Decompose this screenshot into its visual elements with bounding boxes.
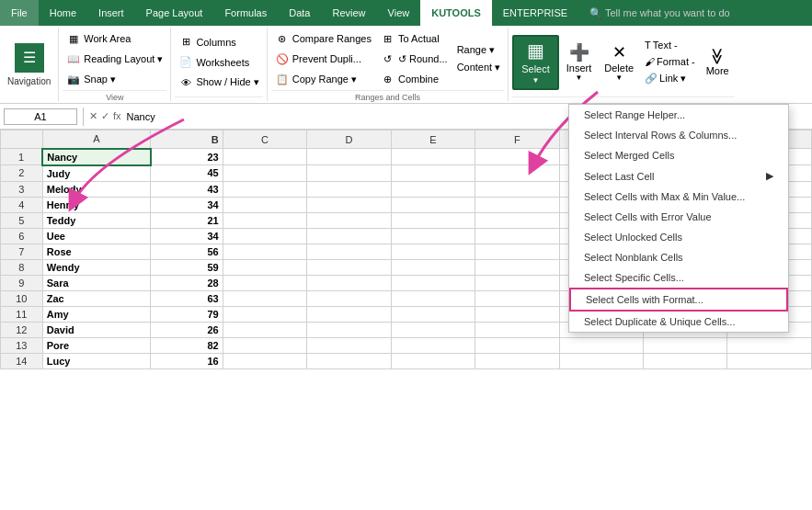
cell-c5[interactable] bbox=[223, 212, 306, 228]
tab-view[interactable]: View bbox=[377, 0, 421, 26]
cell-d10[interactable] bbox=[307, 290, 391, 306]
cell-e10[interactable] bbox=[391, 290, 475, 306]
cell-f4[interactable] bbox=[475, 197, 559, 212]
cell-f5[interactable] bbox=[475, 212, 559, 228]
tab-review[interactable]: Review bbox=[321, 0, 376, 26]
cell-f10[interactable] bbox=[475, 290, 559, 306]
cell-d12[interactable] bbox=[307, 322, 391, 337]
cell-f2[interactable] bbox=[475, 165, 559, 182]
col-header-b[interactable]: B bbox=[151, 130, 223, 149]
copy-range-btn[interactable]: 📋 Copy Range ▾ bbox=[271, 70, 375, 88]
cell-b8[interactable]: 59 bbox=[151, 259, 223, 275]
cell-c6[interactable] bbox=[223, 228, 306, 244]
cell-c10[interactable] bbox=[223, 290, 306, 306]
cell-c4[interactable] bbox=[223, 197, 306, 212]
dropdown-item[interactable]: Select Nonblank Cells bbox=[569, 247, 788, 267]
cell-h13[interactable] bbox=[643, 337, 726, 353]
cell-e7[interactable] bbox=[391, 244, 475, 259]
cell-i13[interactable] bbox=[727, 337, 812, 353]
cell-c13[interactable] bbox=[223, 337, 306, 353]
tab-file[interactable]: File bbox=[0, 0, 39, 26]
dropdown-item[interactable]: Select Cells with Format... bbox=[569, 288, 788, 312]
cell-e1[interactable] bbox=[391, 149, 475, 165]
cell-b6[interactable]: 34 bbox=[151, 228, 223, 244]
cell-f6[interactable] bbox=[475, 228, 559, 244]
range-dropdown-btn[interactable]: Range ▾ bbox=[453, 42, 505, 58]
cell-f13[interactable] bbox=[475, 337, 559, 353]
cell-b1[interactable]: 23 bbox=[151, 149, 223, 165]
cell-c14[interactable] bbox=[223, 353, 306, 368]
cell-e9[interactable] bbox=[391, 275, 475, 290]
cell-f11[interactable] bbox=[475, 306, 559, 322]
cell-e5[interactable] bbox=[391, 212, 475, 228]
cell-b3[interactable]: 43 bbox=[151, 181, 223, 197]
cell-d14[interactable] bbox=[307, 353, 391, 368]
dropdown-item[interactable]: Select Cells with Max & Min Value... bbox=[569, 187, 788, 207]
cell-f1[interactable] bbox=[475, 149, 559, 165]
tab-home[interactable]: Home bbox=[39, 0, 87, 26]
cell-c1[interactable] bbox=[223, 149, 306, 165]
cell-f12[interactable] bbox=[475, 322, 559, 337]
tab-tell-me[interactable]: 🔍 Tell me what you want to do bbox=[578, 0, 741, 26]
cell-a8[interactable]: Wendy bbox=[42, 259, 151, 275]
dropdown-item[interactable]: Select Unlocked Cells bbox=[569, 227, 788, 247]
cell-a10[interactable]: Zac bbox=[42, 290, 151, 306]
cell-e12[interactable] bbox=[391, 322, 475, 337]
tab-enterprise[interactable]: ENTERPRISE bbox=[492, 0, 578, 26]
cell-b5[interactable]: 21 bbox=[151, 212, 223, 228]
dropdown-item[interactable]: Select Interval Rows & Columns... bbox=[569, 125, 788, 145]
cell-b10[interactable]: 63 bbox=[151, 290, 223, 306]
dropdown-item[interactable]: Select Duplicate & Unique Cells... bbox=[569, 312, 788, 332]
tab-page-layout[interactable]: Page Layout bbox=[135, 0, 214, 26]
cell-d4[interactable] bbox=[307, 197, 391, 212]
cell-a14[interactable]: Lucy bbox=[42, 353, 151, 368]
cell-g13[interactable] bbox=[559, 337, 643, 353]
dropdown-item[interactable]: Select Cells with Error Value bbox=[569, 207, 788, 227]
cell-a6[interactable]: Uee bbox=[42, 228, 151, 244]
delete-button[interactable]: ✕ Delete ▼ bbox=[599, 35, 639, 90]
tab-data[interactable]: Data bbox=[278, 0, 321, 26]
cell-e14[interactable] bbox=[391, 353, 475, 368]
cell-f8[interactable] bbox=[475, 259, 559, 275]
cell-b14[interactable]: 16 bbox=[151, 353, 223, 368]
cell-b13[interactable]: 82 bbox=[151, 337, 223, 353]
cell-e4[interactable] bbox=[391, 197, 475, 212]
confirm-formula-icon[interactable]: ✓ bbox=[101, 110, 109, 122]
col-header-d[interactable]: D bbox=[307, 130, 391, 149]
cell-c12[interactable] bbox=[223, 322, 306, 337]
cell-e3[interactable] bbox=[391, 181, 475, 197]
content-btn[interactable]: Content ▾ bbox=[453, 60, 505, 75]
tab-insert[interactable]: Insert bbox=[87, 0, 135, 26]
format-btn[interactable]: 🖌 Format - bbox=[641, 54, 699, 69]
cancel-formula-icon[interactable]: ✕ bbox=[89, 110, 97, 122]
col-header-e[interactable]: E bbox=[391, 130, 475, 149]
cell-d8[interactable] bbox=[307, 259, 391, 275]
cell-e8[interactable] bbox=[391, 259, 475, 275]
cell-e6[interactable] bbox=[391, 228, 475, 244]
cell-d1[interactable] bbox=[307, 149, 391, 165]
cell-a7[interactable]: Rose bbox=[42, 244, 151, 259]
cell-b4[interactable]: 34 bbox=[151, 197, 223, 212]
round-btn[interactable]: ↺ ↺ Round... bbox=[377, 50, 452, 68]
cell-a11[interactable]: Amy bbox=[42, 306, 151, 322]
col-header-f[interactable]: F bbox=[475, 130, 559, 149]
col-header-c[interactable]: C bbox=[223, 130, 306, 149]
cell-a9[interactable]: Sara bbox=[42, 275, 151, 290]
cell-a5[interactable]: Teddy bbox=[42, 212, 151, 228]
insert-button[interactable]: ➕ Insert ▼ bbox=[561, 35, 598, 90]
cell-d5[interactable] bbox=[307, 212, 391, 228]
prevent-dupli-btn[interactable]: 🚫 Prevent Dupli... bbox=[271, 50, 375, 68]
columns-btn[interactable]: ⊞ Columns bbox=[175, 33, 262, 51]
cell-d6[interactable] bbox=[307, 228, 391, 244]
compare-ranges-btn[interactable]: ⊛ Compare Ranges bbox=[271, 29, 375, 48]
cell-d13[interactable] bbox=[307, 337, 391, 353]
cell-i14[interactable] bbox=[727, 353, 812, 368]
snap-btn[interactable]: 📷 Snap ▾ bbox=[63, 70, 166, 88]
show-hide-btn[interactable]: 👁 Show / Hide ▾ bbox=[175, 74, 262, 92]
more-button[interactable]: ≫ More bbox=[701, 35, 735, 90]
insert-function-icon[interactable]: fx bbox=[113, 110, 121, 122]
cell-a13[interactable]: Pore bbox=[42, 337, 151, 353]
cell-a3[interactable]: Melody bbox=[42, 181, 151, 197]
cell-b7[interactable]: 56 bbox=[151, 244, 223, 259]
to-actual-btn[interactable]: ⊞ To Actual bbox=[377, 29, 452, 48]
